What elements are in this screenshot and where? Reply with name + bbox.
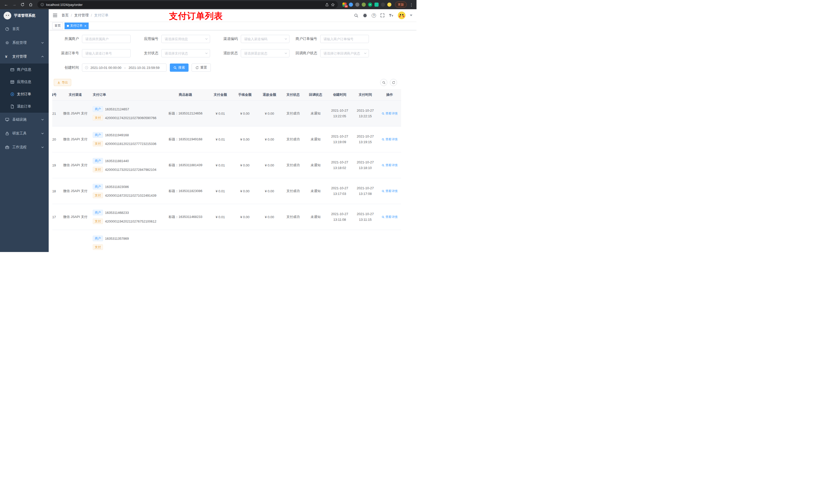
github-icon: [363, 13, 367, 18]
breadcrumb-pay-mgmt[interactable]: 支付管理: [74, 13, 89, 18]
pay-badge: 支付: [93, 141, 103, 146]
address-bar[interactable]: localhost:1024/pay/order: [38, 1, 338, 8]
refresh-table-button[interactable]: [390, 79, 397, 86]
tab-home[interactable]: 首页: [52, 23, 63, 29]
profile-avatar-icon[interactable]: [387, 3, 391, 7]
monitor-icon: [5, 118, 9, 122]
browser-toolbar: ← → localhost:1024/pay/order 10: [0, 0, 416, 9]
sidebar-item-workflow[interactable]: 工作流程: [0, 140, 49, 154]
filter-field-create-time: 创建时间 2021-10-01 00:00:00 - 2021-10-31 23…: [54, 64, 166, 72]
search-button[interactable]: 搜索: [170, 64, 189, 72]
app-select[interactable]: [161, 35, 210, 43]
table-row: 117 微信 JSAPI 支付 商户1635311468233 支付420000…: [52, 204, 401, 230]
merchant-badge: 商户: [93, 210, 103, 215]
notify-status-select[interactable]: [320, 49, 369, 57]
table-row: 120 微信 JSAPI 支付 商户1635311949168 支付420000…: [52, 126, 401, 152]
col-pay-amount: 支付金额: [208, 89, 233, 101]
browser-reload-button[interactable]: [19, 1, 26, 8]
sidebar-item-dev-tools[interactable]: 研发工具: [0, 126, 49, 140]
merchant-order-no-input[interactable]: [320, 35, 369, 43]
chevron-down-icon: [41, 132, 44, 135]
col-id: 编号: [52, 89, 60, 101]
filter-field-notify-status: 回调商户状态: [292, 49, 372, 57]
github-button[interactable]: [363, 13, 367, 18]
extension-check-icon[interactable]: [368, 3, 372, 7]
pay-status-select[interactable]: [161, 49, 210, 57]
sidebar-collapse-button[interactable]: [53, 13, 57, 18]
fullscreen-button[interactable]: [380, 13, 384, 18]
sidebar-item-payment[interactable]: ¥ 支付管理: [0, 50, 49, 64]
user-avatar[interactable]: [398, 11, 405, 19]
chevron-up-icon: [41, 55, 44, 58]
col-refund-amount: 退款金额: [257, 89, 282, 101]
view-detail-link[interactable]: 查看详情: [382, 112, 398, 116]
filter-field-pay-status: 支付状态: [133, 49, 213, 57]
extension-dark-icon[interactable]: [381, 3, 385, 7]
top-navbar: 首页 / 支付管理 / 支付订单 支付订单列表 ?: [49, 9, 416, 22]
browser-back-button[interactable]: ←: [3, 1, 10, 8]
toggle-search-button[interactable]: [380, 79, 387, 86]
sidebar-item-app-info[interactable]: 应用信息: [0, 76, 49, 88]
search-icon: [382, 164, 384, 167]
back-icon: ←: [4, 2, 8, 7]
font-size-button[interactable]: [389, 13, 394, 18]
app-title: 芋道管理系统: [14, 13, 35, 18]
refund-status-select[interactable]: [241, 49, 289, 57]
sidebar-item-merchant-info[interactable]: 商户信息: [0, 64, 49, 76]
help-button[interactable]: ?: [372, 13, 376, 18]
search-icon: [382, 190, 384, 193]
reset-button[interactable]: 重置: [192, 64, 211, 72]
page-title-annotation: 支付订单列表: [169, 10, 223, 22]
filter-field-refund-status: 退款状态: [213, 49, 292, 57]
close-icon[interactable]: ×: [84, 24, 86, 28]
browser-home-button[interactable]: [27, 1, 34, 8]
extension-green-icon[interactable]: [375, 3, 379, 7]
channel-order-no-input[interactable]: [82, 49, 130, 57]
browser-forward-button[interactable]: →: [11, 1, 18, 8]
extension-gray-icon[interactable]: [355, 3, 359, 7]
filter-field-app: 应用编号: [133, 35, 213, 43]
avatar-dropdown-caret-icon[interactable]: [410, 15, 412, 16]
gear-icon: [5, 41, 9, 45]
check-icon: [369, 4, 371, 6]
view-detail-link[interactable]: 查看详情: [382, 163, 398, 167]
breadcrumb-home[interactable]: 首页: [62, 13, 69, 18]
extension-olive-icon[interactable]: [362, 3, 366, 7]
site-info-icon[interactable]: [41, 3, 44, 6]
merchant-select[interactable]: [82, 35, 130, 43]
pay-badge: 支付: [93, 244, 103, 250]
table-row: 119 微信 JSAPI 支付 商户1635311881440 支付420000…: [52, 152, 401, 178]
bullseye-icon: [10, 92, 14, 96]
credit-card-icon: [10, 68, 14, 72]
tabs-bar: 首页 支付订单 ×: [49, 22, 416, 30]
range-start-value: 2021-10-01 00:00:00: [90, 66, 121, 70]
channel-code-select[interactable]: [241, 35, 289, 43]
browser-menu-button[interactable]: ⋮: [409, 2, 414, 7]
extension-puzzle-icon[interactable]: 10: [342, 3, 347, 7]
col-order: 支付订单: [91, 89, 163, 101]
header-search-button[interactable]: [354, 13, 358, 18]
export-button[interactable]: 导出: [54, 79, 71, 86]
sidebar-item-pay-order[interactable]: 支付订单: [0, 88, 49, 100]
star-icon: [331, 3, 335, 7]
filter-form: 所属商户 应用编号 渠道编码: [49, 30, 416, 78]
view-detail-link[interactable]: 查看详情: [382, 189, 398, 193]
font-size-icon: [389, 13, 394, 18]
sidebar-item-infra[interactable]: 基础设施: [0, 113, 49, 126]
view-detail-link[interactable]: 查看详情: [382, 137, 398, 142]
tab-pay-order[interactable]: 支付订单 ×: [65, 23, 89, 29]
create-time-range-picker[interactable]: 2021-10-01 00:00:00 - 2021-10-31 23:59:5…: [82, 64, 166, 72]
bookmark-button[interactable]: [331, 3, 335, 7]
app-logo-icon: [4, 12, 11, 20]
browser-update-button[interactable]: 更新: [395, 2, 407, 8]
grid-icon: [10, 80, 14, 84]
extension-drop-icon[interactable]: [349, 3, 353, 7]
pay-badge: 支付: [93, 115, 103, 121]
sidebar-item-home[interactable]: 首页: [0, 22, 49, 36]
col-create-time: 创建时间: [327, 89, 353, 101]
sidebar-item-refund-order[interactable]: 退款订单: [0, 100, 49, 113]
share-button[interactable]: [325, 3, 329, 7]
view-detail-link[interactable]: 查看详情: [382, 215, 398, 219]
col-fee-amount: 手续金额: [233, 89, 257, 101]
sidebar-item-system[interactable]: 系统管理: [0, 36, 49, 50]
